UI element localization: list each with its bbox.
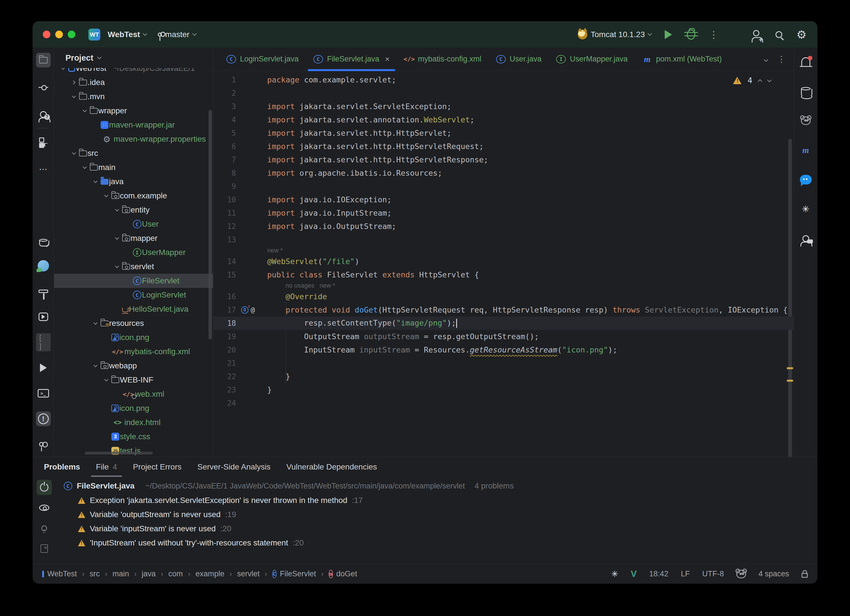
git-tool-button[interactable]	[36, 437, 51, 452]
editor-tab[interactable]: mybatis-config.xml ×	[397, 48, 489, 70]
code-line[interactable]: 1 package com.example.servlet;	[213, 73, 794, 87]
code-line[interactable]: 20 InputStream inputStream = Resources.g…	[213, 343, 794, 356]
layout-button[interactable]	[37, 541, 52, 556]
tree-item[interactable]: entity	[54, 203, 213, 217]
plugin-owl-tool-button[interactable]	[36, 259, 51, 273]
search-everywhere-button[interactable]	[773, 29, 784, 40]
services-tool-button[interactable]	[36, 309, 51, 324]
code-line[interactable]: 2	[213, 87, 794, 100]
tree-vertical-scrollbar[interactable]	[208, 110, 212, 339]
tree-item[interactable]: resources	[54, 316, 213, 330]
tree-item[interactable]: maven-wrapper.properties	[54, 132, 213, 146]
breadcrumb-item[interactable]: src	[90, 570, 100, 578]
expand-chevron-icon[interactable]	[79, 110, 90, 112]
code-line[interactable]: 24	[213, 396, 794, 410]
templates-tool-button[interactable]: [ ]	[36, 335, 51, 350]
tree-item[interactable]: com.example	[54, 189, 213, 203]
v-plugin-icon[interactable]: V	[631, 569, 637, 579]
indent-indicator[interactable]: 4 spaces	[759, 570, 789, 578]
breadcrumb-item[interactable]: doGet	[329, 570, 357, 578]
annotation-gutter-icon[interactable]: @	[251, 306, 255, 314]
tree-item[interactable]: UserMapper	[54, 245, 213, 260]
tree-item[interactable]: servlet	[54, 260, 213, 274]
code-line[interactable]: 7 import jakarta.servlet.http.HttpServle…	[213, 153, 794, 166]
database-tool-button[interactable]	[798, 84, 813, 99]
editor-tab[interactable]: User.java ×	[489, 48, 549, 70]
notifications-button[interactable]	[798, 54, 813, 69]
tree-item[interactable]: .idea	[54, 75, 213, 90]
settings-button[interactable]: ⚙	[796, 29, 807, 40]
unlock-icon[interactable]	[802, 573, 808, 578]
breadcrumb-item[interactable]: example	[196, 570, 224, 578]
tree-item[interactable]: HelloServlet.java	[54, 302, 213, 316]
editor-tab[interactable]: FileServlet.java ×	[306, 48, 397, 70]
more-tools-button[interactable]: ⋯	[36, 162, 51, 176]
breadcrumb-item[interactable]: java	[142, 570, 156, 578]
code-line[interactable]: 22 }	[213, 370, 794, 383]
expand-chevron-icon[interactable]	[69, 81, 79, 84]
code-with-me-button[interactable]	[751, 29, 762, 40]
code-line[interactable]: 10 import java.io.IOException;	[213, 193, 794, 206]
code-line[interactable]: 16 @Override	[213, 290, 794, 303]
breadcrumb-item[interactable]: com	[168, 570, 183, 578]
project-tool-button[interactable]	[36, 53, 51, 67]
problems-file-row[interactable]: FileServlet.java ~/Desktop/CS/JavaEE/1 J…	[56, 478, 817, 493]
tree-item[interactable]: style.css	[54, 429, 213, 444]
terminal-tool-button[interactable]: >_	[36, 386, 51, 401]
code-editor[interactable]: 4 1 package com.example.servlet; 2 3 imp…	[213, 71, 794, 457]
problems-tab[interactable]: Project Errors	[125, 457, 189, 477]
close-window-button[interactable]	[43, 31, 51, 38]
code-line[interactable]: 17 @ protected void doGet(HttpServletReq…	[213, 303, 794, 317]
tree-item[interactable]: web.xml	[54, 387, 213, 401]
tree-item[interactable]: WebTest ~/Desktop/CS/JavaEE/1	[54, 68, 213, 75]
breadcrumb-item[interactable]: servlet	[237, 570, 260, 578]
problem-item[interactable]: 'InputStream' used without 'try'-with-re…	[56, 536, 817, 550]
code-line[interactable]: 4 import jakarta.servlet.annotation.WebS…	[213, 113, 794, 126]
code-line[interactable]: 9	[213, 179, 794, 193]
database-changes-tool-button[interactable]	[36, 233, 51, 248]
expand-chevron-icon[interactable]	[101, 195, 111, 197]
expand-chevron-icon[interactable]	[112, 266, 122, 268]
code-line[interactable]: 6 import jakarta.servlet.http.HttpServle…	[213, 140, 794, 153]
code-line[interactable]: 23 }	[213, 383, 794, 396]
editor-tab[interactable]: pom.xml (WebTest) ×	[635, 48, 729, 70]
code-line[interactable]: 5 import jakarta.servlet.http.HttpServle…	[213, 126, 794, 140]
code-line[interactable]: 19 OutputStream outputStream = resp.getO…	[213, 330, 794, 343]
code-line[interactable]: 3 import jakarta.servlet.ServletExceptio…	[213, 100, 794, 113]
expand-chevron-icon[interactable]	[79, 167, 90, 168]
problems-tab[interactable]: File 4	[88, 457, 125, 477]
tree-item[interactable]: icon.png	[54, 401, 213, 416]
expand-chevron-icon[interactable]	[69, 153, 79, 154]
tree-item[interactable]: src	[54, 146, 213, 160]
tree-item[interactable]: icon.png	[54, 330, 213, 345]
expand-chevron-icon[interactable]	[90, 181, 100, 182]
code-line[interactable]: 13	[213, 233, 794, 246]
run-tool-button[interactable]	[36, 360, 51, 375]
expand-chevron-icon[interactable]	[90, 365, 100, 367]
commit-tool-button[interactable]	[36, 80, 51, 95]
code-line[interactable]: new *	[213, 246, 794, 255]
tree-item[interactable]: index.html	[54, 416, 213, 429]
code-line[interactable]: 21	[213, 356, 794, 370]
run-config-widget[interactable]: Tomcat 10.1.23	[578, 30, 651, 39]
bear-status-icon[interactable]	[736, 570, 746, 578]
tree-item[interactable]: WEB-INF	[54, 373, 213, 387]
ai-assistant-tool-button[interactable]	[798, 113, 813, 128]
code-line[interactable]: 11 import java.io.InputStream;	[213, 206, 794, 220]
maximize-window-button[interactable]	[68, 31, 75, 38]
expand-chevron-icon[interactable]	[69, 96, 79, 97]
editor-tab[interactable]: UserMapper.java ×	[549, 48, 635, 70]
hidden-tabs-chevron[interactable]	[764, 58, 768, 62]
tree-item[interactable]: test.js	[54, 444, 213, 457]
pull-requests-tool-button[interactable]	[36, 107, 51, 122]
maven-tool-button[interactable]	[798, 143, 813, 157]
problem-item[interactable]: Variable 'inputStream' is never used :20	[56, 522, 817, 536]
expand-chevron-icon[interactable]	[112, 238, 122, 239]
code-line[interactable]: 8 import org.apache.ibatis.io.Resources;	[213, 166, 794, 179]
tree-horizontal-scrollbar[interactable]	[85, 452, 153, 455]
code-line[interactable]: no usages new *	[213, 281, 794, 290]
breadcrumb-item[interactable]: FileServlet	[272, 570, 316, 578]
tree-item[interactable]: .mvn	[54, 90, 213, 104]
tree-item[interactable]: maven-wrapper.jar	[54, 118, 213, 132]
tree-item[interactable]: mybatis-config.xml	[54, 345, 213, 359]
